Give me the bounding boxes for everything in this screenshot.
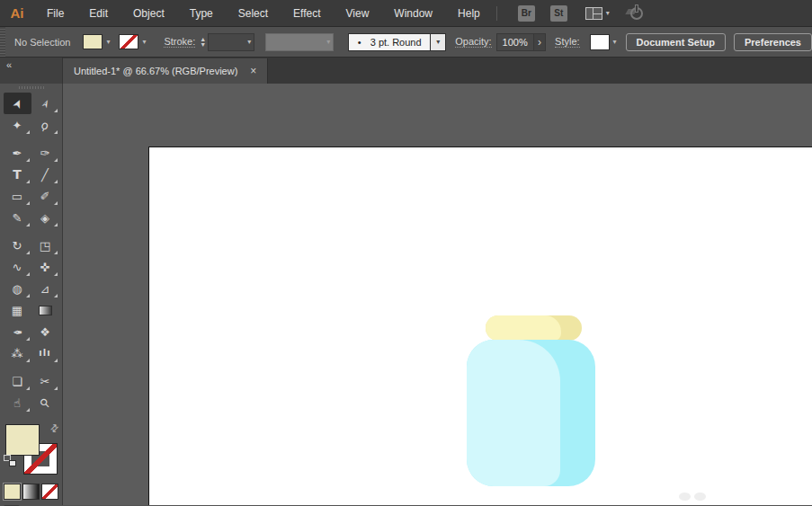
eraser-tool[interactable]: ◈ [31,207,59,228]
menu-item-effect[interactable]: Effect [281,0,333,27]
menu-item-view[interactable]: View [334,0,382,27]
curvature-tool[interactable]: ✑ [31,142,59,164]
document-setup-button[interactable]: Document Setup [626,33,726,51]
direct-selection-tool[interactable]: ➢ [31,93,59,114]
pasteboard[interactable] [63,84,812,505]
perspective-grid-tool[interactable]: ⊿ [31,278,59,299]
symbol-sprayer-icon: ⁂ [12,348,23,360]
eraser-icon: ◈ [40,212,49,224]
direct-selection-icon: ➢ [38,96,52,110]
stroke-none-swatch[interactable] [119,34,138,49]
opacity-arrow-button[interactable]: › [534,33,546,51]
opacity-label[interactable]: Opacity: [455,36,491,48]
chevron-down-icon[interactable]: ▾ [106,38,110,46]
stroke-weight-stepper[interactable]: ▲ ▼ [200,37,206,48]
stroke-weight-label[interactable]: Stroke: [164,36,195,48]
flyout-triangle-icon [26,408,30,412]
type-tool[interactable]: T [4,164,31,185]
menu-item-select[interactable]: Select [226,0,281,27]
brush-definition-control[interactable]: • 3 pt. Round ▾ [348,33,446,51]
fill-indicator[interactable] [5,424,40,456]
rectangle-tool[interactable]: ▭ [4,185,31,207]
flyout-triangle-icon [54,251,58,254]
menu-item-file[interactable]: File [34,0,76,27]
hand-tool[interactable]: ☝ [4,392,31,413]
shape-builder-tool[interactable]: ◍ [4,278,31,299]
collapse-panel-button[interactable]: « [6,59,12,70]
gradient-tool[interactable] [31,299,59,321]
artboard[interactable] [148,146,812,505]
mesh-tool[interactable]: ▦ [4,299,31,321]
document-tab[interactable]: Untitled-1* @ 66.67% (RGB/Preview) × [63,58,268,84]
magic-wand-tool[interactable]: ✦ [4,114,31,136]
jar-body-artwork[interactable] [467,340,595,486]
paintbrush-tool[interactable]: ✐ [31,185,59,207]
document-tab-bar: Untitled-1* @ 66.67% (RGB/Preview) × [63,58,812,84]
workspace-switcher[interactable]: ▾ [585,7,610,20]
document-tab-title: Untitled-1* @ 66.67% (RGB/Preview) [74,66,237,76]
blend-icon: ❖ [40,326,50,338]
jar-lid-highlight-shape[interactable] [486,315,561,341]
panel-grip[interactable] [0,27,5,57]
fill-stroke-indicator: ⇄ [3,422,60,478]
column-graph-tool[interactable]: ılı [31,342,59,364]
brush-definition-value[interactable]: • 3 pt. Round [348,33,431,51]
eyedropper-tool[interactable]: ✒ [4,321,31,342]
stroke-color-control[interactable]: ▾ [119,34,146,49]
scale-icon: ◳ [40,240,50,252]
jar-lid-artwork[interactable] [486,315,582,341]
brush-dropdown-button[interactable]: ▾ [431,33,446,51]
brush-bullet-icon: • [358,37,361,48]
curvature-icon: ✑ [40,147,50,159]
scale-tool[interactable]: ◳ [31,235,59,256]
style-label[interactable]: Style: [555,36,580,48]
menu-item-window[interactable]: Window [381,0,445,27]
width-tool[interactable]: ∿ [4,256,31,278]
bridge-button[interactable]: Br [518,5,535,22]
close-tab-icon[interactable]: × [250,65,256,77]
gradient-mode-button[interactable] [22,484,40,500]
zoom-tool[interactable]: ⚲ [31,392,59,413]
flyout-triangle-icon [54,109,58,112]
blend-tool[interactable]: ❖ [31,321,59,342]
selection-tool[interactable]: ➤ [4,93,31,114]
menu-item-help[interactable]: Help [445,0,493,27]
artboard-tool[interactable]: ❏ [4,370,31,392]
menu-item-object[interactable]: Object [120,0,177,27]
tool-panel-grip[interactable] [19,86,44,89]
pencil-tool[interactable]: ✎ [4,207,31,228]
jar-body-highlight-shape[interactable] [467,340,560,486]
swap-fill-stroke-icon[interactable]: ⇄ [48,422,62,436]
flyout-triangle-icon [26,294,30,297]
paint-type-buttons [4,484,59,500]
color-mode-button[interactable] [4,484,21,500]
slice-tool[interactable]: ✂ [31,370,59,392]
menu-item-edit[interactable]: Edit [76,0,120,27]
opacity-input[interactable]: 100% [496,33,534,51]
none-mode-button[interactable] [41,484,58,500]
workspace-layout-icon [585,7,602,20]
default-fill-stroke-icon[interactable] [4,455,16,466]
style-swatch[interactable] [590,34,610,50]
flyout-triangle-icon [54,130,58,134]
graphic-style-control[interactable]: ▾ [584,34,617,50]
chevron-down-icon[interactable]: ▾ [613,38,617,46]
flyout-triangle-icon [54,180,58,183]
fill-color-control[interactable]: ▾ [83,34,110,49]
flyout-triangle-icon [54,223,58,226]
fill-swatch[interactable] [83,34,103,49]
symbol-sprayer-tool[interactable]: ⁂ [4,342,31,364]
rotate-tool[interactable]: ↻ [4,235,31,256]
menu-bar: Ai FileEditObjectTypeSelectEffectViewWin… [0,0,812,27]
stock-button[interactable]: St [550,5,567,22]
stepper-down-icon[interactable]: ▼ [200,42,206,48]
preferences-button[interactable]: Preferences [734,33,812,51]
puppet-warp-tool[interactable]: ✜ [31,256,59,278]
pen-tool[interactable]: ✒ [4,142,31,164]
lasso-tool[interactable]: ϙ [31,114,59,136]
stroke-weight-dropdown[interactable]: ▾ [208,33,254,51]
line-segment-tool[interactable]: ╱ [31,164,59,185]
chevron-down-icon[interactable]: ▾ [142,38,146,46]
menu-item-type[interactable]: Type [177,0,226,27]
flyout-triangle-icon [54,272,58,276]
